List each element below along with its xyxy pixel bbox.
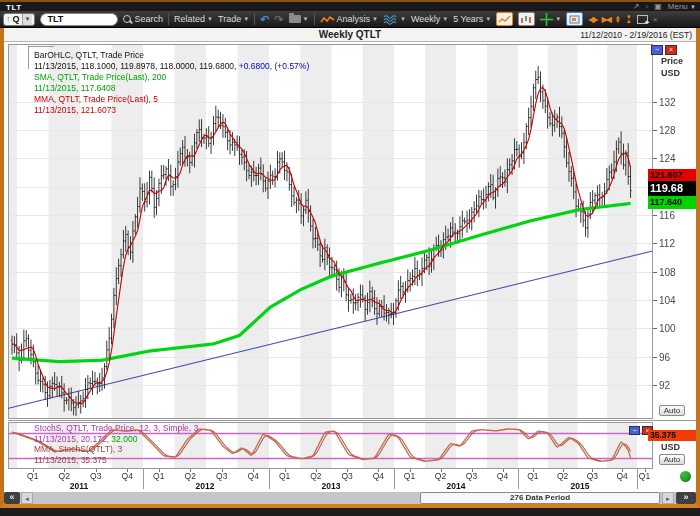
divider: [314, 13, 315, 25]
scroll-far-right-button[interactable]: »: [676, 492, 696, 504]
main-auto-scale-button[interactable]: Auto: [659, 405, 685, 416]
more-tools-icon[interactable]: ×: [653, 15, 658, 24]
expand-horizontal-icon[interactable]: ◀▶: [588, 15, 596, 24]
title-bar: TLT ↗ ▫ ▣ Menu ▼: [0, 0, 700, 11]
stoch-axis-currency: USD: [661, 442, 680, 452]
window-icon[interactable]: ▣: [654, 2, 662, 11]
y-axis-tick-label: 92: [659, 380, 693, 391]
menu-button[interactable]: Menu ▼: [668, 2, 696, 11]
legend-sma-value: 11/13/2015, 117.6408: [34, 83, 115, 94]
trade-menu[interactable]: Trade▼: [218, 14, 249, 24]
divider: [168, 13, 169, 25]
x-axis-year-label: 2012: [190, 481, 220, 491]
chart-window: Weekly QTLT 11/12/2010 - 2/19/2016 (EST)…: [0, 28, 700, 508]
redo-icon[interactable]: ↷: [274, 13, 283, 26]
x-axis-quarter-label: Q3: [337, 471, 357, 481]
y-axis-tick-label: 132: [659, 97, 693, 108]
x-axis-quarter-label: Q1: [275, 471, 295, 481]
stoch-signal-value: 11/13/2015, 35.375: [34, 455, 107, 466]
y-axis-tick-label: 116: [659, 210, 693, 221]
chart-header: Weekly QTLT 11/12/2010 - 2/19/2016 (EST): [4, 28, 696, 42]
last-price-badge: 119.68: [648, 181, 696, 196]
x-axis-quarter-label: Q2: [553, 471, 573, 481]
related-menu[interactable]: Related▼: [174, 14, 213, 24]
stoch-legend-values: 11/13/2015, 20.172, 32.000: [34, 434, 137, 445]
x-axis-quarter-label: Q4: [493, 471, 513, 481]
close-panel-icon[interactable]: ×: [665, 45, 677, 55]
app-window: TLT ↗ ▫ ▣ Menu ▼ ↑ Q ▼ Search Related▼ T…: [0, 0, 700, 516]
x-axis-quarter-label: Q1: [149, 471, 169, 481]
scroll-far-left-button[interactable]: «: [4, 492, 20, 504]
chevron-down-icon: ▼: [690, 4, 696, 10]
x-axis-quarter-label: Q4: [612, 471, 632, 481]
y-axis-tick-label: 100: [659, 323, 693, 334]
sma-price-badge: 117.640: [648, 196, 696, 209]
chart-body: BarOHLC, QTLT, Trade Price 11/13/2015, 1…: [4, 42, 696, 504]
x-axis-quarter-label: Q1: [23, 471, 43, 481]
x-axis-year-label: 2011: [64, 481, 94, 491]
waves-button[interactable]: ▼: [383, 14, 406, 25]
crosshair-icon: [540, 13, 553, 26]
minimize-subpanel-icon[interactable]: −: [629, 426, 640, 435]
waves-icon: [383, 14, 398, 25]
x-axis-quarter-label: Q1: [400, 471, 420, 481]
x-axis-quarter-label: Q2: [54, 471, 74, 481]
search-button[interactable]: Search: [123, 14, 163, 24]
chart-date-range: 11/12/2010 - 2/19/2016 (EST): [580, 30, 692, 40]
y-axis-tick-label: 124: [659, 153, 693, 164]
toolbar: ↑ Q ▼ Search Related▼ Trade▼ ↶ ↷ ▼ Analy…: [0, 11, 700, 28]
frequency-menu[interactable]: Weekly▼: [411, 14, 448, 24]
y-axis-tick-label: 128: [659, 125, 693, 136]
stoch-auto-scale-button[interactable]: Auto: [659, 454, 685, 465]
collapse-horizontal-icon[interactable]: ▶◀: [601, 15, 609, 24]
chevron-down-icon[interactable]: ▼: [22, 14, 33, 25]
annotation-button[interactable]: [566, 12, 583, 26]
analysis-menu[interactable]: Analysis▼: [320, 14, 378, 24]
collapse-vertical-icon[interactable]: ▼▲: [626, 15, 632, 23]
x-axis-quarter-label: Q4: [117, 471, 137, 481]
legend-mma-value: 11/13/2015, 121.6073: [34, 105, 116, 116]
range-menu[interactable]: 5 Years▼: [453, 14, 491, 24]
line-chart-button[interactable]: [496, 12, 513, 26]
x-axis-quarter-label: Q1: [635, 471, 655, 481]
horizontal-scrollbar[interactable]: « ◂ 276 Data Period ▸ »: [4, 492, 696, 504]
y-axis-tick-label: 104: [659, 295, 693, 306]
price-axis-title: Price: [661, 56, 683, 66]
x-axis-quarter-label: Q3: [86, 471, 106, 481]
ticker-input[interactable]: [40, 13, 118, 26]
y-axis-tick-label: 112: [659, 238, 693, 249]
legend-bar-values: 11/13/2015, 118.1000, 119.8978, 118.0000…: [34, 61, 309, 72]
x-axis-year-label: 2013: [316, 481, 346, 491]
squiggle-icon: [320, 15, 335, 24]
stoch-legend-series: StochS, QTLT, Trade Price, 12, 3, Simple…: [34, 423, 198, 434]
scroll-left-button[interactable]: ◂: [21, 492, 33, 504]
x-axis-quarter-label: Q3: [212, 471, 232, 481]
divider: [254, 13, 255, 25]
minimize-panel-icon[interactable]: −: [651, 45, 663, 55]
stoch-value-badge: 35.375: [648, 430, 696, 441]
y-axis-tick-label: 108: [659, 267, 693, 278]
folder-icon: [289, 15, 301, 23]
undo-icon[interactable]: ↶: [260, 13, 269, 26]
zoom-region-icon[interactable]: [637, 15, 648, 24]
security-type-group[interactable]: ↑ Q ▼: [3, 13, 35, 26]
x-axis-quarter-label: Q2: [180, 471, 200, 481]
x-axis-year-label: 2015: [565, 481, 595, 491]
x-axis-quarter-label: Q3: [462, 471, 482, 481]
x-axis-quarter-label: Q1: [523, 471, 543, 481]
chart-style-button[interactable]: [518, 12, 535, 26]
legend-change-value: +0.6800, (+0.57%): [236, 61, 309, 71]
crosshair-button[interactable]: ▼: [540, 13, 561, 26]
legend-bar-series: BarOHLC, QTLT, Trade Price: [34, 50, 144, 61]
y-axis-tick-label: 96: [659, 352, 693, 363]
scroll-right-button[interactable]: ▸: [662, 492, 674, 504]
open-folder-button[interactable]: ▼: [289, 15, 309, 23]
x-axis-year-label: 2014: [441, 481, 471, 491]
legend-sma-series: SMA, QTLT, Trade Price(Last), 200: [34, 72, 166, 83]
line-chart-icon: [498, 15, 511, 24]
x-axis-quarter-label: Q4: [368, 471, 388, 481]
popout-icon[interactable]: ↗: [633, 2, 640, 11]
compress-icon[interactable]: ▫: [645, 2, 648, 11]
expand-vertical-icon[interactable]: ▲▼: [615, 15, 621, 23]
scrollbar-thumb[interactable]: 276 Data Period: [420, 492, 660, 504]
